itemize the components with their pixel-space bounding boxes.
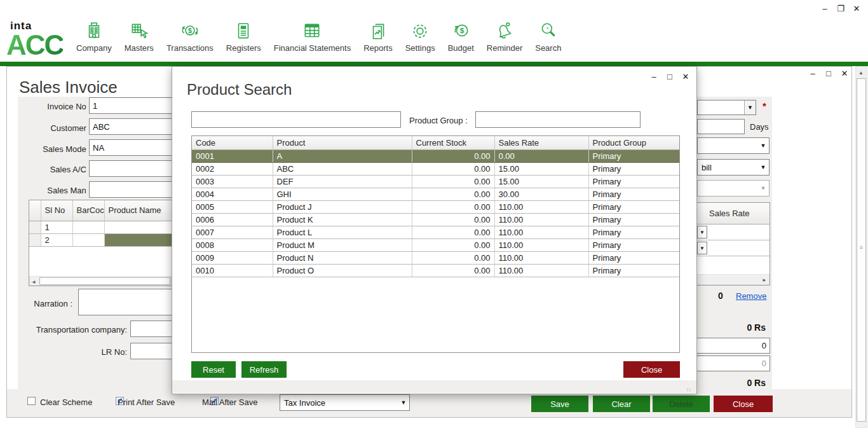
dialog-close-x-button[interactable]: ✕ [679,72,692,81]
vscroll-thumb[interactable]: ≡ [857,78,866,422]
narration-textarea[interactable] [78,289,173,315]
table-row[interactable]: 0001 A 0.00 0.00 Primary [192,150,679,163]
table-row[interactable]: 0003 DEF 0.00 15.00 Primary [192,176,679,188]
narration-label: Narration : [9,299,72,308]
sales-man-input[interactable] [89,181,173,198]
dialog-minimize-button[interactable]: – [648,72,660,81]
scroll-left-arrow[interactable]: ◄ [31,279,36,285]
invoice-type-combo[interactable]: Tax Invoice ▼ [280,394,410,411]
cell-product: DEF [273,176,412,188]
clear-scheme-checkbox[interactable] [27,397,36,405]
grid-row[interactable]: ▼ [693,224,770,240]
table-row[interactable]: 0010 Product O 0.00 110.00 Primary [192,265,679,277]
sales-invoice-minimize-button[interactable]: – [806,69,819,78]
cell-product-name-selected[interactable] [104,233,172,246]
product-group-label: Product Group : [409,116,470,125]
table-row[interactable]: 0009 Product N 0.00 110.00 Primary [192,252,679,265]
right-grid-hscrollbar[interactable]: ► [693,274,770,285]
app-minimize-button[interactable]: – [818,4,831,13]
table-row[interactable]: 0002 ABC 0.00 15.00 Primary [192,163,679,176]
toolbar-item-company[interactable]: Company [76,21,112,53]
clear-scheme-label: Clear Scheme [40,397,92,407]
slno-header: Sl No [41,200,72,221]
product-group-input[interactable] [475,111,641,128]
app-close-button[interactable]: ✕ [850,4,863,13]
invoice-no-input[interactable] [89,97,173,114]
customer-input[interactable] [89,118,173,135]
main-vscrollbar[interactable]: ▲ ≡ [855,66,867,428]
app-restore-button[interactable]: ❐ [834,4,847,13]
toolbar-item-search[interactable]: Search [535,21,561,53]
reset-button[interactable]: Reset [191,361,236,378]
remove-link[interactable]: Remove [736,291,766,301]
resize-grip-icon[interactable]: ∷ [687,387,691,393]
sales-mode-label: Sales Mode : [24,144,91,154]
toolbar-item-financial-statements[interactable]: Financial Statements [274,21,351,53]
chevron-down-icon[interactable]: ▼ [744,100,756,114]
toolbar-item-settings[interactable]: Settings [405,21,435,53]
invoice-grid-row[interactable]: 2 [29,233,172,246]
cell-dropdown-button[interactable]: ▼ [697,226,707,238]
delete-button[interactable]: Delete [653,396,710,412]
toolbar-label: Registers [226,43,261,53]
product-name-header: Product Name [104,200,172,221]
table-row[interactable]: 0004 GHI 0.00 30.00 Primary [192,188,679,201]
cell-group: Primary [588,176,679,188]
chevron-down-icon: ▼ [398,399,409,406]
table-row[interactable]: 0005 Product J 0.00 110.00 Primary [192,201,679,214]
toolbar-item-transactions[interactable]: $ Transactions [166,21,214,53]
days-input[interactable] [697,119,745,134]
combo-value: bill [698,163,757,172]
product-results-table-container: Code Product Current Stock Sales Rate Pr… [191,135,680,353]
row-selector[interactable] [29,233,41,246]
items-grid-hscrollbar[interactable]: ◄ [29,276,172,286]
table-row[interactable]: 0007 Product L 0.00 110.00 Primary [192,226,679,239]
scroll-grip-icon: ≡ [857,245,865,249]
toolbar-label: Reports [363,43,393,53]
brand-green-strip [0,62,868,66]
sales-ac-input[interactable] [89,160,173,177]
refresh-button[interactable]: Refresh [241,361,287,378]
logo-text-acc: ACC [6,32,63,58]
invoice-grid-row[interactable]: 1 [29,221,172,233]
toolbar-item-budget[interactable]: $ Budget [448,21,474,53]
transportation-company-input[interactable] [130,321,173,337]
due-terms-combo[interactable]: ▼ [697,100,756,115]
toolbar-item-reports[interactable]: Reports [363,21,393,53]
product-search-input[interactable] [191,111,401,128]
cell-barcode [72,221,104,233]
toolbar-item-masters[interactable]: Masters [125,21,154,53]
cell-group: Primary [588,150,679,163]
dialog-close-button[interactable]: Close [623,361,680,378]
table-row[interactable]: 0006 Product K 0.00 110.00 Primary [192,214,679,226]
scroll-up-arrow[interactable]: ▲ [858,70,864,76]
row-selector[interactable] [29,221,41,233]
grid-row[interactable]: ▼ [693,240,770,256]
table-row[interactable]: 0008 Product M 0.00 110.00 Primary [192,239,679,252]
toolbar-item-reminder[interactable]: Reminder [487,21,522,53]
lr-no-input[interactable] [130,343,173,359]
toolbar-label: Search [535,43,561,53]
product-search-dialog: Product Search – □ ✕ Product Group : Cod… [172,66,697,394]
cell-barcode [72,233,104,246]
amount-input-1[interactable] [693,338,770,354]
sales-mode-input[interactable] [89,139,173,156]
right-combo-1[interactable]: ▼ [697,137,770,154]
cell-product: Product N [273,252,412,265]
cell-rate: 110.00 [494,239,588,252]
svg-text:$: $ [188,27,192,34]
bill-type-combo[interactable]: bill ▼ [697,159,770,176]
cell-rate: 110.00 [494,226,588,239]
clear-button[interactable]: Clear [593,396,650,412]
scroll-right-arrow[interactable]: ► [762,277,767,283]
dialog-maximize-button[interactable]: □ [663,72,676,81]
save-button[interactable]: Save [531,396,588,412]
close-button[interactable]: Close [714,396,773,412]
invoice-items-grid: Sl No BarCoc Product Name 1 2 ◄ [29,200,172,286]
cell-dropdown-button[interactable]: ▼ [697,242,707,254]
hscroll-thumb[interactable] [39,277,170,285]
sales-rate-header: Sales Rate [494,136,588,150]
sales-invoice-maximize-button[interactable]: □ [822,69,835,78]
sales-invoice-close-button[interactable]: ✕ [838,69,851,78]
toolbar-item-registers[interactable]: Registers [226,21,261,53]
